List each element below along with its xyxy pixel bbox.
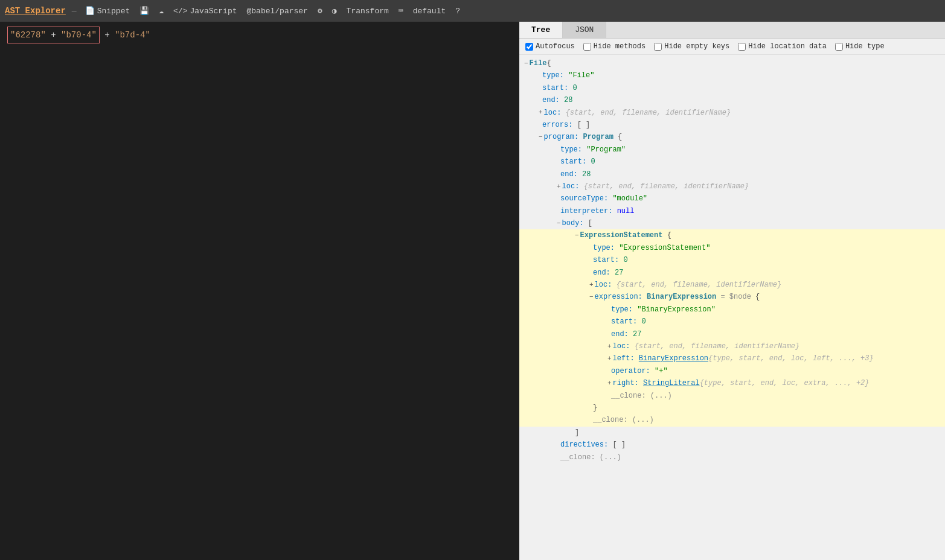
settings-button[interactable]: ⚙	[315, 5, 325, 17]
toggle-prog-loc[interactable]: +	[557, 181, 561, 192]
hide-location-option[interactable]: Hide location data	[738, 42, 827, 51]
editor-code[interactable]: "62278" + "b70-4" + "b7d-4"	[7, 27, 512, 43]
snippet-button[interactable]: 📄 Snippet	[83, 5, 133, 17]
hide-empty-keys-label: Hide empty keys	[664, 42, 729, 51]
autofocus-option[interactable]: Autofocus	[525, 42, 575, 51]
key-prog-end: end:	[560, 168, 578, 180]
editor-pane[interactable]: "62278" + "b70-4" + "b7d-4"	[0, 22, 519, 560]
dollar-node: = $node	[720, 291, 751, 303]
val-file-errors: [ ]	[577, 119, 591, 131]
key-prog-type: type:	[560, 144, 582, 156]
tree-row-body: − body: [	[519, 217, 945, 229]
key-file-type: type:	[542, 69, 564, 81]
val-exprstmt-start: 0	[623, 254, 627, 266]
tree-row-binexpr-right: + right: StringLiteral {type, start, end…	[519, 377, 945, 389]
key-body: body:	[562, 217, 584, 229]
toggle-exprstmt-loc[interactable]: +	[589, 279, 594, 291]
tab-tree[interactable]: Tree	[519, 22, 563, 38]
node-right-link[interactable]: StringLiteral	[643, 377, 700, 389]
key-binexpr-type: type:	[611, 304, 633, 316]
tree-row-exprstmt: − ExpressionStatement {	[519, 229, 945, 241]
tree-content[interactable]: − File { type: "File" start: 0	[519, 55, 945, 560]
node-program: Program	[583, 131, 613, 143]
key-exprstmt-clone: __clone:	[593, 414, 628, 426]
val-prog-directives: [ ]	[612, 439, 626, 451]
tree-row-exprstmt-loc: + loc: {start, end, filename, identifier…	[519, 279, 945, 291]
tree-row-exprstmt-end: end: 27	[519, 267, 945, 279]
key-binexpr: expression:	[595, 291, 642, 303]
cloud-icon: ☁	[159, 6, 164, 16]
parser-selector[interactable]: @babel/parser	[245, 5, 310, 17]
hide-methods-checkbox[interactable]	[583, 43, 591, 51]
node-exprstmt: ExpressionStatement	[580, 229, 663, 241]
key-binexpr-end: end:	[611, 328, 629, 340]
val-binexpr-op: "+"	[655, 365, 668, 377]
toggle-button[interactable]: ◑	[330, 5, 339, 17]
tree-row-binexpr-clone: __clone: (...)	[519, 390, 945, 402]
key-prog-loc: loc:	[562, 180, 580, 192]
hide-empty-keys-checkbox[interactable]	[654, 43, 662, 51]
autofocus-checkbox[interactable]	[525, 43, 533, 51]
val-file-end: 28	[564, 94, 572, 106]
hide-methods-option[interactable]: Hide methods	[583, 42, 645, 51]
toggle-binexpr-right[interactable]: +	[607, 378, 612, 389]
toggle-file[interactable]: −	[524, 58, 528, 69]
save-button[interactable]: 💾	[137, 5, 152, 17]
key-program: program:	[544, 131, 579, 143]
tree-row-binexpr-type: type: "BinaryExpression"	[519, 304, 945, 316]
language-selector[interactable]: </> JavaScript	[171, 5, 239, 17]
key-file-loc: loc:	[544, 107, 562, 119]
toggle-binexpr-left[interactable]: +	[607, 353, 612, 364]
hide-type-checkbox[interactable]	[835, 43, 843, 51]
node-binexpr: BinaryExpression	[647, 291, 716, 303]
header-sep-1: —	[72, 7, 77, 16]
val-file-start: 0	[572, 82, 577, 94]
val-prog-interp: null	[617, 205, 635, 217]
key-binexpr-left: left:	[613, 352, 635, 364]
tab-json[interactable]: JSON	[563, 22, 606, 38]
options-bar: Autofocus Hide methods Hide empty keys H…	[519, 39, 945, 55]
default-selector[interactable]: default	[411, 5, 449, 17]
node-left-link[interactable]: BinaryExpression	[639, 352, 708, 364]
tree-row-binexpr-close: }	[519, 402, 945, 414]
code-highlight-box: "62278" + "b70-4"	[7, 27, 100, 43]
tree-row-binexpr-loc: + loc: {start, end, filename, identifier…	[519, 340, 945, 352]
toggle-body[interactable]: −	[557, 218, 561, 229]
transform-button[interactable]: Transform	[344, 5, 391, 17]
hide-empty-keys-option[interactable]: Hide empty keys	[654, 42, 729, 51]
tree-row-file-type: type: "File"	[519, 69, 945, 81]
app-title[interactable]: AST Explorer	[5, 6, 66, 16]
cloud-button[interactable]: ☁	[156, 5, 166, 17]
key-file-end: end:	[542, 94, 560, 106]
tree-row-exprstmt-clone: __clone: (...)	[519, 414, 945, 426]
hide-location-checkbox[interactable]	[738, 43, 746, 51]
key-binexpr-loc: loc:	[613, 340, 630, 352]
tree-tabs: Tree JSON	[519, 22, 945, 39]
key-file-errors: errors:	[542, 119, 572, 131]
hide-location-label: Hide location data	[748, 42, 827, 51]
key-prog-clone: __clone:	[560, 451, 595, 463]
tree-row-body-close: ]	[519, 427, 945, 439]
hide-type-option[interactable]: Hide type	[835, 42, 885, 51]
toggle-exprstmt[interactable]: −	[575, 230, 579, 241]
save-icon: 💾	[139, 6, 149, 16]
key-binexpr-op: operator:	[611, 365, 650, 377]
tree-row-prog-loc: + loc: {start, end, filename, identifier…	[519, 180, 945, 192]
val-exprstmt-type: "ExpressionStatement"	[619, 242, 710, 254]
tab-json-label: JSON	[575, 25, 594, 34]
key-binexpr-right: right:	[613, 377, 639, 389]
toggle-program[interactable]: −	[539, 132, 543, 143]
tree-row-prog-start: start: 0	[519, 156, 945, 168]
toggle-icon: ◑	[332, 6, 337, 16]
tree-row-prog-end: end: 28	[519, 168, 945, 180]
app-header: AST Explorer — 📄 Snippet 💾 ☁ </> JavaScr…	[0, 0, 945, 22]
keyboard-button[interactable]: ⌨	[396, 5, 406, 17]
toggle-binexpr-loc[interactable]: +	[607, 341, 612, 352]
autofocus-label: Autofocus	[536, 42, 575, 51]
toggle-file-loc[interactable]: +	[539, 107, 543, 118]
val-prog-clone: (...)	[600, 451, 621, 463]
tree-row-file-errors: errors: [ ]	[519, 119, 945, 131]
toggle-binexpr[interactable]: −	[589, 291, 594, 303]
tree-row-prog-srctype: sourceType: "module"	[519, 192, 945, 205]
help-button[interactable]: ?	[453, 5, 463, 17]
